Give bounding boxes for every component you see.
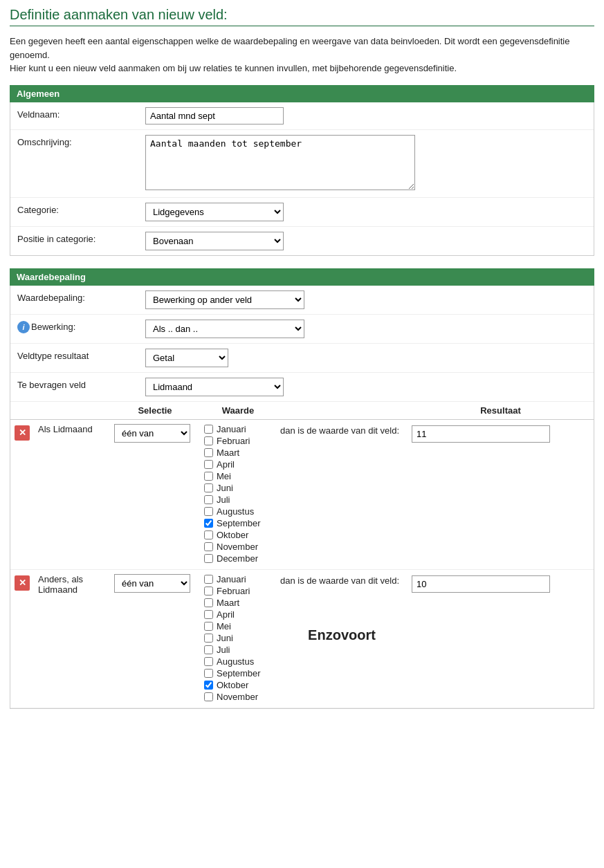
cb-maart-row1[interactable] <box>204 448 213 457</box>
th-waarde: Waarde <box>200 402 276 420</box>
cb-augustus-row1[interactable] <box>204 507 213 516</box>
cb-maart-row2[interactable] <box>204 598 213 607</box>
th-dan <box>276 402 408 420</box>
table-row: ✕ Als Lidmaand één van Januari Februari … <box>10 419 594 569</box>
list-item: September <box>204 518 272 528</box>
list-item: Februari <box>204 436 272 446</box>
bewerking-row: i Bewerking: Als .. dan .. <box>10 315 594 344</box>
list-item: Maart <box>204 598 272 608</box>
cb-juli-row1[interactable] <box>204 495 213 504</box>
th-selectie: Selectie <box>110 402 200 420</box>
cb-januari-row2[interactable] <box>204 575 213 584</box>
enzovoort-label: Enzovoort <box>280 586 403 643</box>
list-item: Oktober <box>204 530 272 540</box>
list-item: Juli <box>204 645 272 655</box>
cb-november-row1[interactable] <box>204 542 213 551</box>
cb-november-row2[interactable] <box>204 692 213 701</box>
cb-april-row1[interactable] <box>204 460 213 469</box>
cb-februari-row1[interactable] <box>204 436 213 445</box>
th-delete <box>10 402 34 420</box>
waardebepaling-row: Waardebepaling: Bewerking op ander veld <box>10 286 594 315</box>
list-item: December <box>204 553 272 564</box>
month-list-row1: Januari Februari Maart April Mei Juni Ju… <box>204 424 272 564</box>
positie-label: Positie in categorie: <box>17 232 145 244</box>
positie-select[interactable]: Bovenaan <box>145 232 284 250</box>
categorie-select[interactable]: Lidgegevens <box>145 203 284 221</box>
cb-augustus-row2[interactable] <box>204 657 213 666</box>
list-item: April <box>204 609 272 620</box>
resultaat-row1-input[interactable] <box>412 425 550 443</box>
list-item: September <box>204 668 272 678</box>
info-icon: i <box>17 321 30 333</box>
table-row: ✕ Anders, als Lidmaand één van Januari F… <box>10 569 594 708</box>
cb-juli-row2[interactable] <box>204 645 213 654</box>
waardebepaling-header: Waardebepaling <box>10 268 594 286</box>
list-item: Augustus <box>204 506 272 517</box>
omschrijving-row: Omschrijving: Aantal maanden tot septemb… <box>10 130 594 198</box>
dan-label-row1: dan is de waarde van dit veld: <box>276 419 408 569</box>
list-item: Februari <box>204 586 272 596</box>
veldtype-label: Veldtype resultaat <box>17 349 145 361</box>
cb-december-row1[interactable] <box>204 554 213 563</box>
veldtype-select[interactable]: Getal <box>145 349 228 367</box>
resultaat-row2-input[interactable] <box>412 575 550 593</box>
waardebepaling-label: Waardebepaling: <box>17 290 145 303</box>
th-resultaat: Resultaat <box>408 402 594 420</box>
list-item: Maart <box>204 447 272 458</box>
omschrijving-label: Omschrijving: <box>17 135 145 147</box>
cb-februari-row2[interactable] <box>204 587 213 595</box>
cb-april-row2[interactable] <box>204 610 213 619</box>
delete-row1-button[interactable]: ✕ <box>15 425 30 441</box>
waarde-table: Selectie Waarde Resultaat ✕ Als Lidmaand… <box>10 402 594 708</box>
cb-september-row1[interactable] <box>204 519 213 528</box>
cb-juni-row1[interactable] <box>204 483 213 492</box>
tebevragen-row: Te bevragen veld Lidmaand <box>10 373 594 402</box>
list-item: Juni <box>204 483 272 493</box>
list-item: Juli <box>204 495 272 505</box>
list-item: November <box>204 692 272 702</box>
veldnaam-row: Veldnaam: <box>10 102 594 130</box>
dan-label-row2: dan is de waarde van dit veld: Enzovoort <box>276 569 408 708</box>
list-item: Augustus <box>204 656 272 667</box>
bewerking-label: Bewerking: <box>31 320 145 332</box>
veldtype-row: Veldtype resultaat Getal <box>10 344 594 373</box>
categorie-label: Categorie: <box>17 203 145 215</box>
algemeen-section: Algemeen Veldnaam: Omschrijving: Aantal … <box>10 85 594 256</box>
cb-mei-row2[interactable] <box>204 622 213 631</box>
veldnaam-label: Veldnaam: <box>17 107 145 120</box>
cb-september-row2[interactable] <box>204 669 213 678</box>
list-item: Mei <box>204 621 272 631</box>
bewerking-select[interactable]: Als .. dan .. <box>145 320 304 338</box>
als-label-row1: Als Lidmaand <box>34 419 110 569</box>
veldnaam-input[interactable] <box>145 107 284 124</box>
als-label-row2: Anders, als Lidmaand <box>34 569 110 708</box>
positie-row: Positie in categorie: Bovenaan <box>10 227 594 255</box>
intro-text: Een gegeven heeft een aantal eigenschapp… <box>10 35 594 75</box>
list-item: Januari <box>204 574 272 584</box>
list-item: Januari <box>204 424 272 434</box>
tebevragen-label: Te bevragen veld <box>17 378 145 390</box>
waardebepaling-select[interactable]: Bewerking op ander veld <box>145 290 304 309</box>
cb-juni-row2[interactable] <box>204 634 213 643</box>
page-title: Definitie aanmaken van nieuw veld: <box>10 7 594 26</box>
selectie-row2-select[interactable]: één van <box>114 574 190 593</box>
cb-januari-row1[interactable] <box>204 425 213 434</box>
list-item: Mei <box>204 471 272 481</box>
list-item: April <box>204 459 272 470</box>
waardebepaling-section: Waardebepaling Waardebepaling: Bewerking… <box>10 268 594 709</box>
delete-row2-button[interactable]: ✕ <box>15 575 30 591</box>
tebevragen-select[interactable]: Lidmaand <box>145 378 284 396</box>
selectie-row1-select[interactable]: één van <box>114 424 190 443</box>
algemeen-header: Algemeen <box>10 85 594 102</box>
omschrijving-input[interactable]: Aantal maanden tot september <box>145 135 415 190</box>
month-list-row2: Januari Februari Maart April Mei Juni Ju… <box>204 574 272 702</box>
list-item: Juni <box>204 633 272 643</box>
cb-oktober-row2[interactable] <box>204 681 213 690</box>
th-als <box>34 402 110 420</box>
categorie-row: Categorie: Lidgegevens <box>10 198 594 227</box>
cb-mei-row1[interactable] <box>204 472 213 481</box>
cb-oktober-row1[interactable] <box>204 530 213 539</box>
list-item: Oktober <box>204 680 272 690</box>
list-item: November <box>204 542 272 552</box>
